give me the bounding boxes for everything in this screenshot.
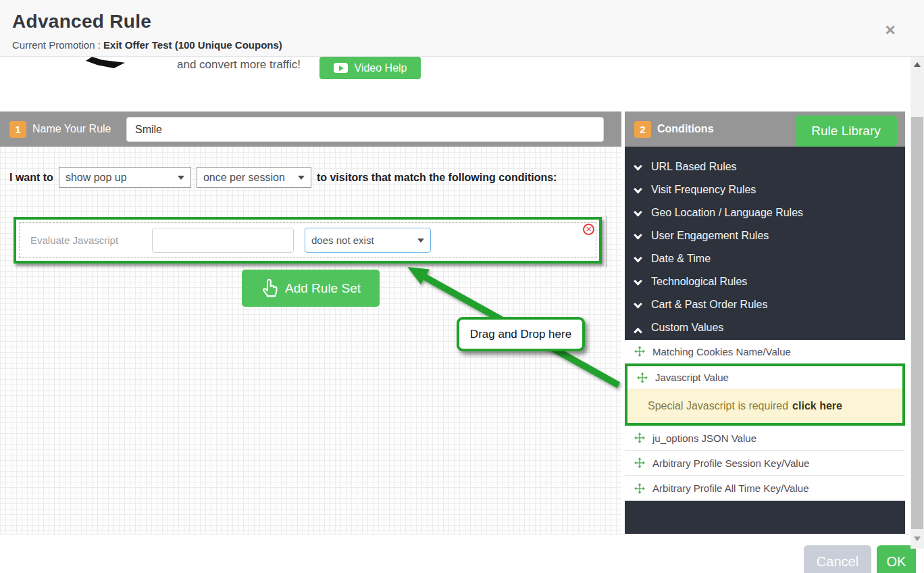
page-title: Advanced Rule — [12, 11, 151, 32]
promotion-value: Exit Offer Test (100 Unique Coupons) — [103, 39, 282, 51]
category-label: Technological Rules — [651, 276, 747, 288]
item-label: Javascript Value — [655, 372, 729, 383]
chevron-up-icon — [634, 327, 642, 336]
category-user-engagement-rules[interactable]: User Engagement Rules — [625, 224, 905, 247]
item-ju-options-json[interactable]: ju_options JSON Value — [625, 426, 905, 451]
rule-library-button[interactable]: Rule Library — [795, 116, 897, 147]
promotion-label: Current Promotion : — [12, 39, 101, 51]
name-rule-bar: 1 Name Your Rule — [0, 111, 621, 147]
condition-value-input[interactable] — [152, 228, 294, 253]
video-help-label: Video Help — [355, 62, 407, 74]
rules-container-edge — [607, 216, 607, 268]
caret-down-icon — [298, 176, 305, 180]
frequency-select[interactable]: once per session — [197, 167, 311, 188]
rule-canvas: I want to show pop up once per session t… — [0, 147, 621, 534]
move-icon — [634, 346, 645, 357]
category-label: User Engagement Rules — [651, 230, 769, 242]
name-rule-label: Name Your Rule — [32, 123, 111, 135]
click-here-link[interactable]: click here — [792, 400, 842, 412]
item-arbitrary-profile-session[interactable]: Arbitrary Profile Session Key/Value — [625, 451, 905, 476]
move-icon — [634, 483, 645, 494]
cancel-button[interactable]: Cancel — [804, 545, 871, 573]
comparator-select-value: does not exist — [311, 234, 374, 246]
category-cart-past-order-rules[interactable]: Cart & Past Order Rules — [625, 293, 905, 316]
category-technological-rules[interactable]: Technological Rules — [625, 270, 905, 293]
chevron-down-icon — [634, 276, 642, 285]
custom-values-subpanel: Matching Cookies Name/Value Javascript V… — [625, 340, 905, 501]
condition-label: Evaluate Javascript — [30, 234, 141, 246]
category-url-based-rules[interactable]: URL Based Rules — [625, 155, 905, 178]
comparator-select[interactable]: does not exist — [305, 228, 431, 253]
item-label: Arbitrary Profile Session Key/Value — [652, 457, 809, 469]
rule-set-box: Evaluate Javascript does not exist ✕ — [14, 217, 602, 264]
category-geo-location-language-rules[interactable]: Geo Location / Language Rules — [625, 201, 905, 224]
drag-drop-annotation: Drag and Drop here — [457, 317, 585, 351]
category-label: Custom Values — [651, 322, 723, 334]
step-badge-1: 1 — [9, 121, 26, 138]
caret-down-icon — [417, 239, 424, 243]
step-badge-2: 2 — [634, 121, 651, 138]
category-list: URL Based Rules Visit Frequency Rules Ge… — [625, 147, 905, 339]
sentence-prefix: I want to — [9, 172, 53, 184]
rule-sentence: I want to show pop up once per session t… — [9, 167, 557, 188]
rule-name-input[interactable] — [126, 117, 604, 142]
item-javascript-value[interactable]: Javascript Value — [627, 366, 902, 389]
category-label: Visit Frequency Rules — [651, 184, 756, 196]
current-promotion: Current Promotion : Exit Offer Test (100… — [12, 39, 282, 51]
scrollbar-thumb[interactable] — [911, 117, 923, 529]
video-play-icon — [334, 63, 348, 73]
category-custom-values[interactable]: Custom Values — [625, 316, 905, 339]
sentence-suffix: to visitors that match the following con… — [317, 172, 557, 184]
special-javascript-notice: Special Javascript is required click her… — [627, 389, 902, 423]
item-matching-cookies[interactable]: Matching Cookies Name/Value — [625, 340, 905, 364]
remove-condition-icon[interactable]: ✕ — [583, 224, 594, 235]
category-label: Cart & Past Order Rules — [651, 299, 768, 311]
chevron-down-icon — [634, 161, 642, 170]
modal-footer: Cancel OK — [0, 534, 924, 573]
banner-tagline: and convert more traffic! — [177, 58, 301, 72]
conditions-sidebar: URL Based Rules Visit Frequency Rules Ge… — [625, 147, 905, 534]
illustration-fragment — [86, 57, 125, 68]
close-icon[interactable]: × — [881, 20, 900, 39]
hand-pointer-icon — [261, 278, 280, 299]
video-help-button[interactable]: Video Help — [319, 57, 421, 79]
add-rule-set-button[interactable]: Add Rule Set — [242, 270, 380, 307]
item-arbitrary-profile-all-time[interactable]: Arbitrary Profile All Time Key/Value — [625, 476, 905, 501]
notice-text: Special Javascript is required — [648, 400, 788, 412]
chevron-down-icon — [634, 184, 642, 193]
ok-button[interactable]: OK — [877, 545, 916, 573]
category-date-time[interactable]: Date & Time — [625, 247, 905, 270]
action-select[interactable]: show pop up — [59, 167, 191, 188]
add-rule-set-label: Add Rule Set — [285, 281, 361, 296]
conditions-header: 2 Conditions Rule Library — [625, 111, 905, 147]
category-visit-frequency-rules[interactable]: Visit Frequency Rules — [625, 178, 905, 201]
item-label: Arbitrary Profile All Time Key/Value — [652, 482, 808, 494]
rule-set-inner: Evaluate Javascript does not exist — [19, 222, 596, 258]
chevron-down-icon — [634, 299, 642, 308]
scroll-up-icon[interactable] — [914, 62, 921, 67]
chevron-down-icon — [634, 253, 642, 262]
vertical-scrollbar[interactable] — [910, 57, 924, 549]
scroll-down-icon[interactable] — [914, 537, 921, 541]
category-label: Geo Location / Language Rules — [651, 207, 803, 219]
move-icon — [637, 372, 648, 383]
move-icon — [634, 432, 645, 443]
modal-header: Advanced Rule Current Promotion : Exit O… — [0, 0, 924, 57]
caret-down-icon — [178, 176, 184, 180]
category-label: Date & Time — [651, 253, 711, 265]
action-select-value: show pop up — [66, 172, 127, 184]
chevron-down-icon — [634, 230, 642, 239]
move-icon — [634, 457, 645, 468]
item-label: ju_options JSON Value — [652, 432, 756, 444]
frequency-select-value: once per session — [203, 172, 285, 184]
chevron-down-icon — [634, 207, 642, 216]
category-label: URL Based Rules — [651, 161, 737, 173]
item-label: Matching Cookies Name/Value — [652, 346, 791, 357]
javascript-value-highlight: Javascript Value Special Javascript is r… — [625, 364, 905, 426]
conditions-title: Conditions — [657, 123, 714, 135]
